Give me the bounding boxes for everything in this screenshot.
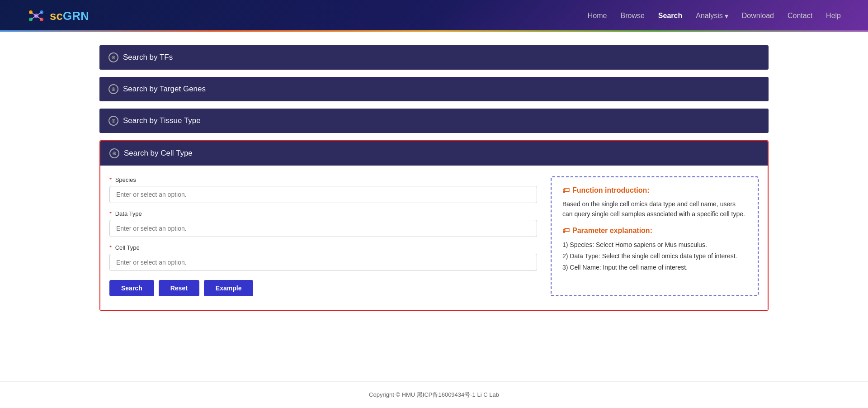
nav-download[interactable]: Download bbox=[742, 12, 774, 20]
cell-type-input[interactable] bbox=[109, 254, 537, 271]
accordion-tissue-type: ⊕ Search by Tissue Type bbox=[99, 109, 769, 133]
header: scGRN Home Browse Search Analysis ▾ Down… bbox=[0, 0, 868, 32]
reset-button[interactable]: Reset bbox=[159, 280, 199, 296]
footer: Copyright © HMU 黑ICP备16009434号-1 Li C La… bbox=[0, 381, 868, 408]
accordion-tissue-type-label: Search by Tissue Type bbox=[123, 116, 201, 125]
data-type-group: * Data Type bbox=[109, 210, 537, 237]
tag-icon-function: 🏷 bbox=[562, 186, 570, 195]
nav-home[interactable]: Home bbox=[588, 12, 607, 20]
accordion-target-genes-label: Search by Target Genes bbox=[123, 85, 206, 94]
species-label: * Species bbox=[109, 176, 537, 183]
nav-help[interactable]: Help bbox=[826, 12, 841, 20]
accordion-cell-type-label: Search by Cell Type bbox=[124, 149, 193, 158]
data-type-label: * Data Type bbox=[109, 210, 537, 217]
cell-type-form: * Species * Data Type * Cell Type bbox=[109, 176, 537, 296]
nav-contact[interactable]: Contact bbox=[788, 12, 812, 20]
accordion-tfs-header[interactable]: ⊕ Search by TFs bbox=[99, 45, 769, 70]
param1: 1) Species: Select Homo sapiens or Mus m… bbox=[562, 239, 747, 251]
search-genes-icon: ⊕ bbox=[108, 84, 118, 94]
footer-text: Copyright © HMU 黑ICP备16009434号-1 Li C La… bbox=[369, 391, 499, 398]
logo: scGRN bbox=[27, 7, 89, 25]
function-intro-text: Based on the single cell omics data type… bbox=[562, 199, 747, 219]
nav-browse[interactable]: Browse bbox=[620, 12, 644, 20]
accordion-tfs-label: Search by TFs bbox=[123, 53, 173, 62]
parameter-list: 1) Species: Select Homo sapiens or Mus m… bbox=[562, 239, 747, 274]
cell-type-input-group: * Cell Type bbox=[109, 244, 537, 271]
main-content: ⊕ Search by TFs ⊕ Search by Target Genes… bbox=[0, 32, 868, 381]
form-buttons: Search Reset Example bbox=[109, 280, 537, 296]
accordion-tissue-type-header[interactable]: ⊕ Search by Tissue Type bbox=[99, 109, 769, 133]
search-tfs-icon: ⊕ bbox=[108, 52, 118, 62]
logo-icon bbox=[27, 7, 45, 25]
nav-analysis[interactable]: Analysis ▾ bbox=[696, 12, 728, 20]
function-intro-title: 🏷 Function introduction: bbox=[562, 186, 747, 195]
parameter-explanation-title: 🏷 Parameter explanation: bbox=[562, 227, 747, 235]
example-button[interactable]: Example bbox=[204, 280, 254, 296]
cell-type-input-label: * Cell Type bbox=[109, 244, 537, 251]
data-type-input[interactable] bbox=[109, 220, 537, 237]
navigation: Home Browse Search Analysis ▾ Download C… bbox=[588, 12, 841, 20]
nav-search[interactable]: Search bbox=[658, 12, 682, 20]
species-input[interactable] bbox=[109, 186, 537, 203]
tag-icon-param: 🏷 bbox=[562, 227, 570, 235]
accordion-target-genes: ⊕ Search by Target Genes bbox=[99, 77, 769, 101]
species-group: * Species bbox=[109, 176, 537, 203]
accordion-cell-type-header[interactable]: ⊕ Search by Cell Type bbox=[100, 141, 768, 166]
search-tissue-icon: ⊕ bbox=[108, 116, 118, 126]
accordion-tfs: ⊕ Search by TFs bbox=[99, 45, 769, 70]
param2: 2) Data Type: Select the single cell omi… bbox=[562, 251, 747, 262]
accordion-target-genes-header[interactable]: ⊕ Search by Target Genes bbox=[99, 77, 769, 101]
param3: 3) Cell Name: Input the cell name of int… bbox=[562, 262, 747, 273]
search-cell-icon: ⊕ bbox=[109, 148, 119, 158]
accordion-cell-type: ⊕ Search by Cell Type * Species * Data T… bbox=[99, 140, 769, 311]
info-box: 🏷 Function introduction: Based on the si… bbox=[551, 176, 759, 296]
search-button[interactable]: Search bbox=[109, 280, 154, 296]
accordion-cell-type-body: * Species * Data Type * Cell Type bbox=[100, 166, 768, 310]
logo-text: scGRN bbox=[50, 9, 89, 23]
